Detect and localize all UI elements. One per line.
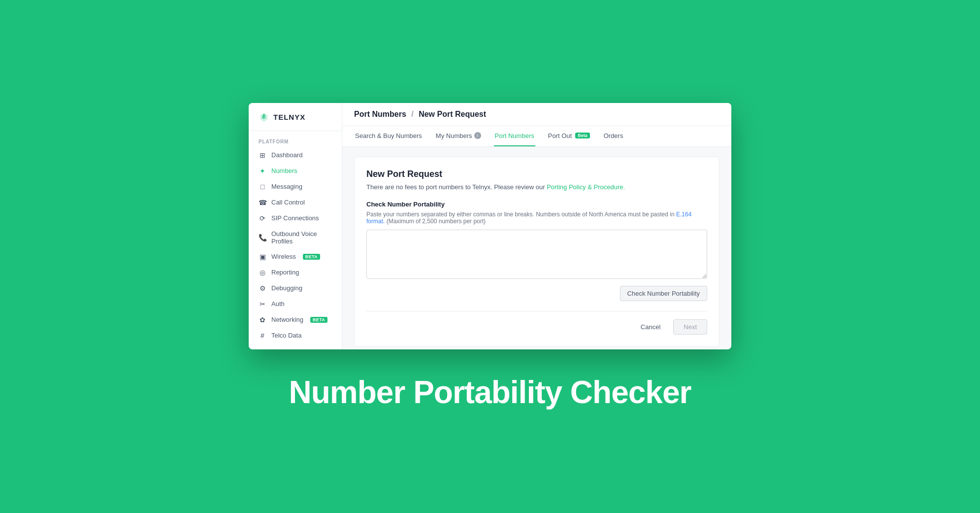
main-content: Port Numbers / New Port Request Search &… — [342, 103, 731, 349]
sidebar-item-label: Telco Data — [271, 332, 301, 339]
sidebar-item-label: Debugging — [271, 284, 302, 292]
browser-window: TELNYX PLATFORM ⊞ Dashboard ✦ Numbers □ … — [249, 103, 731, 349]
messaging-icon: □ — [259, 183, 266, 191]
info-text-pre: There are no fees to port numbers to Tel… — [366, 183, 547, 191]
section-desc-pre: Paste your numbers separated by either c… — [366, 211, 676, 218]
check-btn-row: Check Number Portability — [366, 286, 707, 301]
sidebar: TELNYX PLATFORM ⊞ Dashboard ✦ Numbers □ … — [249, 103, 342, 349]
breadcrumb-separator: / — [411, 110, 416, 118]
tab-orders[interactable]: Orders — [603, 126, 624, 146]
sidebar-item-label: Auth — [271, 300, 285, 308]
new-port-request-card: New Port Request There are no fees to po… — [354, 157, 719, 347]
tabs-bar: Search & Buy Numbers My Numbers i Port N… — [342, 126, 731, 147]
cancel-button[interactable]: Cancel — [634, 319, 667, 335]
call-control-icon: ☎ — [259, 199, 266, 206]
sidebar-section-label: PLATFORM — [249, 131, 342, 147]
sidebar-item-label: Dashboard — [271, 151, 303, 159]
sidebar-item-wireless[interactable]: ▣ Wireless BETA — [249, 249, 342, 265]
sidebar-item-label: Wireless — [271, 253, 296, 260]
sip-icon: ⟳ — [259, 214, 266, 222]
sidebar-item-numbers[interactable]: ✦ Numbers — [249, 163, 342, 179]
porting-policy-link[interactable]: Porting Policy & Procedure. — [547, 183, 625, 191]
wireless-beta-badge: BETA — [303, 254, 320, 260]
card-footer: Cancel Next — [366, 311, 707, 335]
sidebar-item-sip-connections[interactable]: ⟳ SIP Connections — [249, 210, 342, 226]
tab-port-numbers[interactable]: Port Numbers — [494, 126, 535, 146]
tab-port-out[interactable]: Port Out Beta — [547, 126, 591, 146]
sidebar-item-label: Reporting — [271, 269, 299, 276]
check-portability-button[interactable]: Check Number Portability — [620, 286, 707, 301]
sidebar-item-messaging[interactable]: □ Messaging — [249, 179, 342, 195]
sidebar-item-label: Numbers — [271, 167, 297, 174]
networking-beta-badge: BETA — [310, 317, 327, 323]
telnyx-logo-icon — [259, 112, 269, 123]
bottom-headline: Number Portability Checker — [289, 374, 691, 410]
sidebar-item-dashboard[interactable]: ⊞ Dashboard — [249, 147, 342, 163]
outbound-voice-icon: 📞 — [259, 234, 266, 241]
numbers-icon: ✦ — [259, 167, 266, 175]
section-desc-post: (Maximum of 2,500 numbers per port) — [385, 218, 486, 225]
breadcrumb: Port Numbers / New Port Request — [354, 110, 719, 119]
number-portability-textarea[interactable] — [366, 230, 707, 279]
sidebar-item-label: Messaging — [271, 183, 302, 190]
reporting-icon: ◎ — [259, 269, 266, 276]
breadcrumb-child: New Port Request — [419, 110, 486, 118]
sidebar-item-reporting[interactable]: ◎ Reporting — [249, 265, 342, 280]
sidebar-item-label: Outbound Voice Profiles — [271, 230, 332, 245]
logo: TELNYX — [249, 103, 342, 131]
sidebar-item-label: Networking — [271, 316, 303, 323]
tab-search-buy[interactable]: Search & Buy Numbers — [354, 126, 423, 146]
my-numbers-info-icon: i — [474, 132, 481, 139]
debugging-icon: ⚙ — [259, 284, 266, 292]
sidebar-item-outbound-voice[interactable]: 📞 Outbound Voice Profiles — [249, 226, 342, 249]
sidebar-item-debugging[interactable]: ⚙ Debugging — [249, 280, 342, 296]
breadcrumb-parent: Port Numbers — [354, 110, 406, 118]
card-info-text: There are no fees to port numbers to Tel… — [366, 183, 707, 191]
sidebar-item-auth[interactable]: ✂ Auth — [249, 296, 342, 312]
section-desc: Paste your numbers separated by either c… — [366, 211, 707, 225]
content-area: New Port Request There are no fees to po… — [342, 147, 731, 349]
wireless-icon: ▣ — [259, 253, 266, 261]
sidebar-item-networking[interactable]: ✿ Networking BETA — [249, 312, 342, 328]
logo-text: TELNYX — [273, 113, 305, 121]
next-button[interactable]: Next — [673, 319, 707, 335]
tab-my-numbers[interactable]: My Numbers i — [435, 126, 482, 146]
dashboard-icon: ⊞ — [259, 151, 266, 159]
page-header: Port Numbers / New Port Request — [342, 103, 731, 126]
sidebar-item-call-control[interactable]: ☎ Call Control — [249, 195, 342, 210]
port-out-badge: Beta — [575, 133, 590, 138]
sidebar-item-label: SIP Connections — [271, 214, 319, 222]
sidebar-item-label: Call Control — [271, 199, 305, 206]
telco-data-icon: # — [259, 332, 266, 340]
section-title: Check Number Portability — [366, 201, 707, 208]
auth-icon: ✂ — [259, 300, 266, 308]
networking-icon: ✿ — [259, 316, 266, 324]
sidebar-item-telco-data[interactable]: # Telco Data — [249, 328, 342, 343]
card-title: New Port Request — [366, 169, 707, 179]
